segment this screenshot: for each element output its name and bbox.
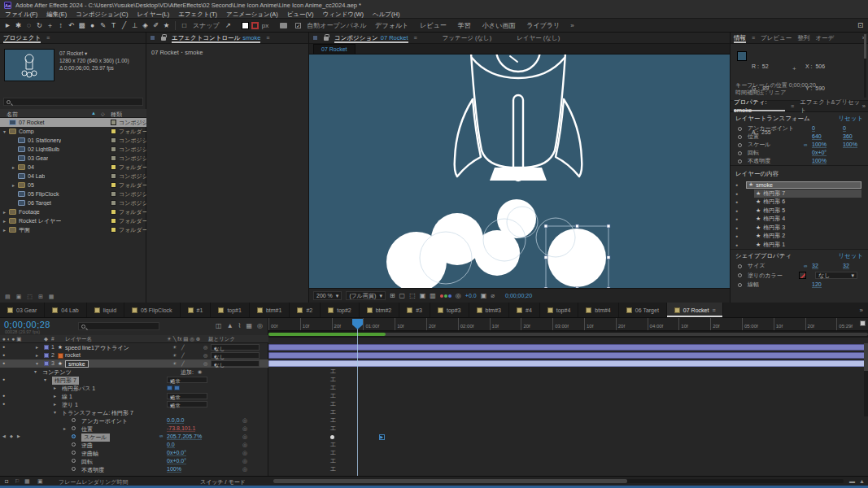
contents-scrollbar[interactable] xyxy=(864,34,866,98)
shape-group-row[interactable]: ● ★ 楕円形 5 xyxy=(731,207,861,216)
lock-icon[interactable] xyxy=(324,37,329,41)
panel-menu-icon[interactable]: ≡ xyxy=(712,307,715,313)
anchor-point-row[interactable]: アンカーポイント 0.0,0.0 ◎ xyxy=(0,416,268,425)
timeline-tab[interactable]: btm#3 ≡ xyxy=(469,303,509,317)
next-keyframe-icon[interactable]: ▶ xyxy=(17,434,20,438)
project-row[interactable]: 05 フォルダー ∵ xyxy=(0,181,146,190)
workspace-button[interactable]: 学習 xyxy=(458,21,471,30)
panel-menu-icon[interactable]: ≡ xyxy=(791,103,794,109)
parent-select[interactable]: なし▾ xyxy=(211,360,260,367)
twirl-icon[interactable] xyxy=(3,227,9,233)
fill-row[interactable]: ● ▸ 塗り 1 通常▾ xyxy=(0,400,268,408)
project-row[interactable]: 04 Lab コンポジション ∵ xyxy=(0,172,146,181)
opacity-value[interactable]: 100% xyxy=(812,158,827,164)
tab-composition[interactable]: コンポジション07 Rocket xyxy=(334,33,408,43)
viewer-timecode[interactable]: 0;00;00;20 xyxy=(505,293,532,298)
panel-overflow-icon[interactable]: » xyxy=(862,102,866,110)
visibility-icon[interactable]: ● xyxy=(2,344,5,349)
show-snapshot-icon[interactable]: ⌀ xyxy=(491,292,495,299)
roto-brush-tool-icon[interactable]: ✐ xyxy=(150,19,161,33)
layer-bar-row[interactable] xyxy=(268,343,868,351)
timeline-tab[interactable]: #3 ≡ xyxy=(399,303,430,317)
reset-button[interactable]: リセット xyxy=(838,115,863,123)
property-row-opacity[interactable]: 不透明度 100% xyxy=(731,157,868,165)
timeline-tab[interactable]: btm#2 ≡ xyxy=(360,303,399,317)
timeline-tab[interactable]: #1 ≡ xyxy=(181,303,212,317)
layer-duration-bar-selected[interactable] xyxy=(268,360,867,367)
shape-tool-icon[interactable]: ● xyxy=(87,19,98,33)
fill-option-select[interactable]: なし▾ xyxy=(815,272,857,279)
menu-item[interactable]: ビュー(V) xyxy=(287,11,314,19)
hide-shy-layers-icon[interactable]: ⌇ xyxy=(238,322,242,329)
visibility-icon[interactable]: ● xyxy=(735,191,746,196)
timeline-search-input[interactable] xyxy=(78,322,159,330)
zoom-tool-icon[interactable]: ◌ xyxy=(24,19,34,33)
stopwatch-icon[interactable] xyxy=(738,273,742,277)
shape-group-row-ellipse7[interactable]: ● ▾ 楕円形 7 通常▾ xyxy=(0,376,268,384)
zoom-in-icon[interactable]: ▲ xyxy=(859,478,865,484)
timeline-tab[interactable]: top#2 ≡ xyxy=(321,303,360,317)
project-row[interactable]: 03 Gear コンポジション ∵ xyxy=(0,154,146,163)
twirl-icon[interactable] xyxy=(12,182,18,188)
property-row-position[interactable]: 位置 640 360 xyxy=(731,133,868,141)
scale-keyframe-track[interactable]: ▶ xyxy=(268,433,868,441)
label-color-chip[interactable] xyxy=(111,173,116,179)
visibility-icon[interactable]: ● xyxy=(2,377,5,381)
stopwatch-icon[interactable] xyxy=(72,451,76,455)
pick-whip-icon[interactable]: ◎ xyxy=(203,344,207,350)
visibility-icon[interactable]: ● xyxy=(735,199,746,204)
label-color-chip[interactable] xyxy=(111,200,116,206)
project-row[interactable]: 04 フォルダー ∵ xyxy=(0,163,146,172)
rotation-value[interactable]: 0x+0.0° xyxy=(167,458,186,464)
zoom-out-icon[interactable]: ▬ xyxy=(849,478,855,484)
stopwatch-icon[interactable] xyxy=(738,159,742,163)
no-fill-swatch[interactable] xyxy=(799,272,806,279)
stopwatch-icon-active[interactable] xyxy=(72,434,76,438)
menu-item[interactable]: ファイル(F) xyxy=(5,11,37,19)
project-row[interactable]: 平面 フォルダー ∵ xyxy=(0,225,146,234)
tab-info[interactable]: 情報 xyxy=(734,33,746,43)
label-color-chip[interactable] xyxy=(44,345,49,350)
project-row[interactable]: 06 Target コンポジション ∵ xyxy=(0,198,146,207)
puppet-pin-tool-icon[interactable]: ★ xyxy=(161,19,172,33)
position-row[interactable]: ▸ 位置 -73.8,101.1 ◎ xyxy=(0,425,268,433)
stopwatch-icon[interactable] xyxy=(738,264,742,268)
twirl-icon[interactable]: ▸ xyxy=(54,401,56,407)
visibility-icon[interactable]: ● xyxy=(2,360,5,365)
tab-preview[interactable]: プレビュー xyxy=(761,33,792,43)
label-color-chip[interactable] xyxy=(111,137,116,143)
snapshot-camera-icon[interactable]: ▣ xyxy=(481,292,487,299)
timeline-tab[interactable]: #2 ≡ xyxy=(290,303,321,317)
timeline-vertical-scrollbar[interactable] xyxy=(864,343,868,416)
panel-menu-icon[interactable]: ≡ xyxy=(266,35,269,41)
twirl-icon[interactable]: ▾ xyxy=(36,360,38,366)
composition-mini-flowchart-icon[interactable]: ◫ xyxy=(216,322,222,329)
timeline-track-area[interactable]: 00f10f20f01:00f10f20f02:00f10f20f03:00f1… xyxy=(268,318,868,476)
current-timecode[interactable]: 0;00;00;28 xyxy=(4,320,50,329)
path-direction-icon[interactable] xyxy=(167,386,172,390)
visibility-icon[interactable]: ● xyxy=(2,393,5,398)
stroke-width-value[interactable]: 120 xyxy=(812,281,822,288)
twirl-icon[interactable]: ▸ xyxy=(54,385,56,390)
layer-name-header[interactable]: レイヤー名 xyxy=(65,336,92,343)
project-row[interactable]: 07 Rocket コンポジション ∵ xyxy=(0,118,146,127)
label-color-chip[interactable] xyxy=(111,155,116,161)
layer-switches[interactable]: ☀ ╱ xyxy=(172,344,186,350)
timeline-horizontal-scrollbar[interactable] xyxy=(273,479,844,483)
label-color-chip[interactable] xyxy=(111,120,116,125)
scale-value[interactable]: 205.7,205.7% xyxy=(167,434,202,440)
guides-icon[interactable]: ▥ xyxy=(430,292,436,299)
visibility-icon[interactable]: ● xyxy=(735,216,746,221)
project-search-input[interactable] xyxy=(3,98,143,106)
stopwatch-icon[interactable] xyxy=(72,459,76,463)
tab-layer[interactable]: レイヤー (なし) xyxy=(517,33,560,43)
tab-overflow-icon[interactable]: » xyxy=(855,303,868,317)
blend-mode-select[interactable]: 通常▾ xyxy=(167,401,207,407)
twirl-icon[interactable]: ▸ xyxy=(54,393,56,399)
position-x-value[interactable]: 640 xyxy=(812,133,822,140)
timeline-tab[interactable]: #4 ≡ xyxy=(509,303,540,317)
stopwatch-icon[interactable] xyxy=(72,418,76,422)
orbit-camera-tool-icon[interactable]: ↻ xyxy=(34,19,45,33)
pick-whip-icon[interactable]: ◎ xyxy=(203,360,207,366)
project-row[interactable]: Comp フォルダー ∵ xyxy=(0,127,146,136)
